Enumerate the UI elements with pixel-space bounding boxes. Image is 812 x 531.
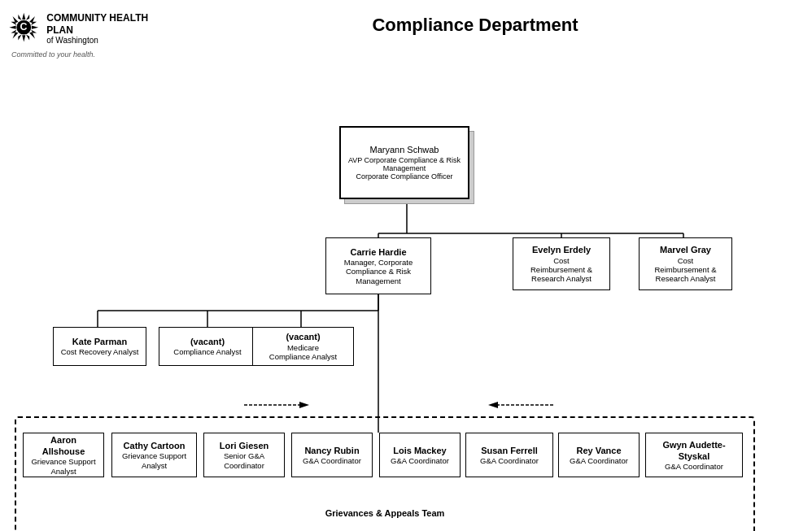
lois-mackey-box: Lois Mackey G&A Coordinator [379,433,461,477]
arrow-right [244,398,309,411]
cathy-cartoon-box: Cathy Cartoon Grievance SupportAnalyst [111,433,197,477]
lois-mackey-name: Lois Mackey [393,445,446,456]
marvel-gray-role: CostReimbursement &Research Analyst [654,256,716,284]
logo-main-text: COMMUNITY HEALTH PLAN [46,12,155,36]
svg-marker-32 [488,402,498,408]
evelyn-erdely-name: Evelyn Erdely [532,244,591,255]
vacant-medicare-box: (vacant) MedicareCompliance Analyst [252,327,354,366]
logo-graphic: C COMMUNITY HEALTH PLAN of Washington [8,8,155,49]
svg-marker-16 [26,35,29,41]
lois-mackey-role: G&A Coordinator [391,456,449,465]
arrow-right-svg [244,398,309,411]
logo-icon: C [8,8,41,49]
org-chart: Maryann Schwab AVP Corporate Compliance … [8,59,804,522]
logo-tagline: Committed to your health. [8,50,95,59]
kate-parman-role: Cost Recovery Analyst [61,347,139,356]
svg-marker-14 [26,15,29,20]
top-person-role: AVP Corporate Compliance & Risk Manageme… [344,156,465,181]
nancy-rubin-name: Nancy Rubin [304,445,359,456]
page-title-area: Compliance Department [155,8,796,36]
carrie-hardie-role: Manager, CorporateCompliance & RiskManag… [344,258,413,285]
kate-parman-name: Kate Parman [72,336,127,347]
gwyn-audette-role: G&A Coordinator [665,462,723,471]
evelyn-erdely-box: Evelyn Erdely CostReimbursement &Researc… [513,237,610,290]
gwyn-audette-box: Gwyn Audette-Styskal G&A Coordinator [645,433,743,477]
top-person-front: Maryann Schwab AVP Corporate Compliance … [339,126,469,199]
top-person-name: Maryann Schwab [370,145,439,155]
svg-marker-1 [22,13,25,20]
logo-text: COMMUNITY HEALTH PLAN of Washington [46,12,155,45]
kate-parman-box: Kate Parman Cost Recovery Analyst [53,327,146,366]
susan-ferrell-box: Susan Ferrell G&A Coordinator [465,433,553,477]
header: C COMMUNITY HEALTH PLAN of Washington Co… [0,0,812,59]
svg-marker-30 [299,402,309,408]
lori-giesen-name: Lori Giesen [220,440,269,451]
carrie-hardie-box: Carrie Hardie Manager, CorporateComplian… [325,237,431,294]
svg-marker-13 [18,15,21,20]
susan-ferrell-role: G&A Coordinator [480,456,539,465]
marvel-gray-name: Marvel Gray [660,244,711,255]
rey-vance-box: Rey Vance G&A Coordinator [558,433,640,477]
vacant-medicare-name: (vacant) [286,331,320,342]
aaron-allshouse-name: AaronAllshouse [42,434,85,458]
vacant-medicare-role: MedicareCompliance Analyst [269,343,337,362]
aaron-allshouse-box: AaronAllshouse Grievance SupportAnalyst [23,433,104,477]
cathy-cartoon-name: Cathy Cartoon [124,440,186,451]
vacant-compliance-role: Compliance Analyst [173,347,241,356]
arrow-left [488,398,553,411]
cathy-cartoon-role: Grievance SupportAnalyst [122,451,186,470]
nancy-rubin-role: G&A Coordinator [303,456,361,465]
aaron-allshouse-role: Grievance SupportAnalyst [31,457,95,476]
evelyn-erdely-role: CostReimbursement &Research Analyst [530,256,592,284]
logo-area: C COMMUNITY HEALTH PLAN of Washington Co… [8,8,155,59]
arrow-left-svg [488,398,553,411]
gwyn-audette-name: Gwyn Audette-Styskal [662,439,725,463]
svg-text:C: C [20,21,27,33]
rey-vance-name: Rey Vance [576,445,621,456]
svg-marker-3 [9,26,15,29]
vacant-compliance-box: (vacant) Compliance Analyst [159,327,256,366]
ga-team-label: Grievances & Appeals Team [15,508,755,518]
carrie-hardie-name: Carrie Hardie [350,246,406,258]
lori-giesen-role: Senior G&ACoordinator [224,451,264,470]
lori-giesen-box: Lori Giesen Senior G&ACoordinator [203,433,285,477]
page-title: Compliance Department [155,15,796,36]
nancy-rubin-box: Nancy Rubin G&A Coordinator [291,433,373,477]
svg-marker-15 [18,35,21,41]
marvel-gray-box: Marvel Gray CostReimbursement &Research … [639,237,732,290]
logo-sub-text: of Washington [46,36,155,45]
svg-marker-2 [22,35,25,41]
rey-vance-role: G&A Coordinator [570,456,628,465]
vacant-compliance-name: (vacant) [190,336,225,347]
susan-ferrell-name: Susan Ferrell [481,445,538,456]
svg-marker-4 [32,26,38,29]
